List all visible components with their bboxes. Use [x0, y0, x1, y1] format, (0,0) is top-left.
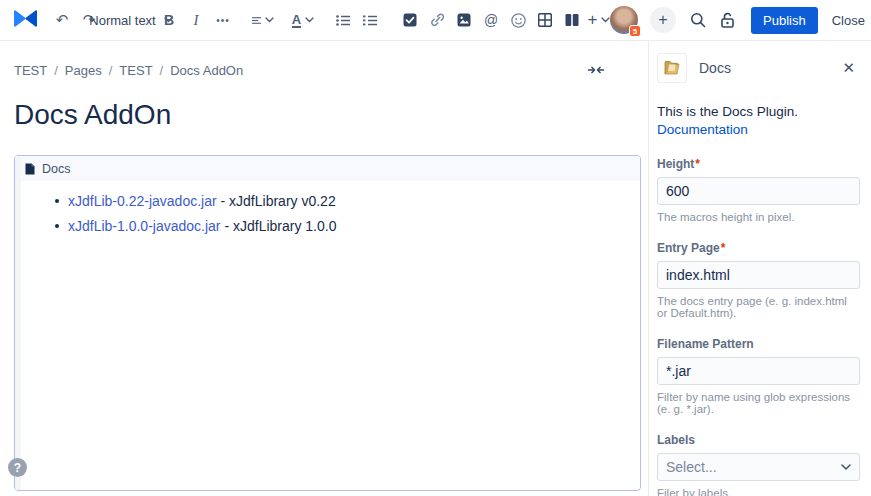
page-title[interactable]: Docs AddOn: [14, 99, 171, 131]
unlock-icon: [720, 12, 735, 28]
help-button[interactable]: ?: [8, 458, 27, 477]
text-color-dropdown[interactable]: A: [292, 6, 314, 34]
alignment-dropdown[interactable]: [252, 6, 274, 34]
list-item: xJdfLib-1.0.0-javadoc.jar - xJdfLibrary …: [55, 218, 640, 234]
bullet-list-icon: [336, 15, 350, 26]
field-help: Filer by labels.: [657, 487, 859, 496]
toolbar-right-cluster: 5 + Publish Close •••: [610, 6, 871, 34]
emoji-icon: [511, 13, 526, 28]
docs-plugin-icon-box: [657, 53, 687, 83]
field-label: Labels: [657, 433, 859, 447]
bullet-icon: [55, 224, 59, 228]
plus-icon: +: [588, 10, 598, 30]
labels-select-value: Select...: [666, 459, 717, 475]
emoji-button[interactable]: [507, 6, 529, 34]
align-left-icon: [252, 15, 261, 26]
macro-config-panel: Docs ✕ This is the Docs Plugin. Document…: [648, 41, 871, 496]
image-icon: [457, 13, 471, 27]
field-label: Entry Page*: [657, 241, 859, 255]
close-editor-button[interactable]: Close: [832, 13, 865, 28]
collapse-arrows-icon: [588, 65, 604, 75]
required-marker: *: [721, 241, 726, 255]
labels-select[interactable]: Select...: [657, 453, 860, 481]
action-item-button[interactable]: [399, 6, 421, 34]
entry-page-input[interactable]: [657, 261, 860, 289]
panel-header: Docs ✕: [657, 53, 859, 83]
macro-left-gutter: [15, 156, 21, 490]
restrictions-button[interactable]: [720, 12, 735, 28]
field-help: Filter by name using glob expressions (e…: [657, 391, 859, 415]
field-label: Height*: [657, 157, 859, 171]
field-help: The macros height in pixel.: [657, 211, 859, 223]
editor-toolbar: ↶ ↷ Normal text B I ••• A: [0, 0, 871, 41]
task-checkbox-icon: [403, 13, 417, 27]
link-button[interactable]: [426, 6, 448, 34]
macro-header[interactable]: Docs: [15, 156, 640, 181]
more-formatting-button[interactable]: •••: [212, 6, 234, 34]
link-icon: [430, 13, 445, 27]
editor-content-area: TEST / Pages / TEST / Docs AddOn Docs Ad…: [0, 41, 648, 496]
bold-button[interactable]: B: [158, 6, 180, 34]
numbered-list-icon: [363, 15, 377, 26]
filename-pattern-input[interactable]: [657, 357, 860, 385]
insert-table-button[interactable]: [534, 6, 556, 34]
breadcrumb-separator: /: [109, 63, 113, 78]
docs-plugin-icon: [662, 58, 682, 78]
javadoc-link[interactable]: xJdfLib-0.22-javadoc.jar: [68, 193, 217, 209]
invite-button[interactable]: +: [650, 7, 676, 33]
panel-title: Docs: [699, 60, 731, 76]
list-item-text: - xJdfLibrary 1.0.0: [221, 218, 337, 234]
macro-header-label: Docs: [42, 162, 70, 176]
height-input[interactable]: [657, 177, 860, 205]
breadcrumb-item[interactable]: Pages: [65, 63, 102, 78]
user-avatar[interactable]: 5: [610, 6, 638, 34]
breadcrumb: TEST / Pages / TEST / Docs AddOn: [14, 63, 243, 78]
numbered-list-button[interactable]: [359, 6, 381, 34]
italic-button[interactable]: I: [185, 6, 207, 34]
macro-body: xJdfLib-0.22-javadoc.jar - xJdfLibrary v…: [15, 181, 640, 234]
documentation-link[interactable]: Documentation: [657, 122, 748, 137]
field-labels: Labels Select... Filer by labels.: [657, 433, 859, 496]
text-style-dropdown[interactable]: Normal text: [118, 6, 140, 34]
required-marker: *: [695, 157, 700, 171]
confluence-logo[interactable]: [14, 7, 37, 34]
plugin-description: This is the Docs Plugin. Documentation: [657, 103, 859, 139]
table-icon: [538, 13, 552, 27]
confluence-editor: ↶ ↷ Normal text B I ••• A: [0, 0, 871, 496]
mention-button[interactable]: @: [480, 6, 502, 34]
search-button[interactable]: [690, 12, 706, 28]
search-icon: [690, 12, 706, 28]
insert-image-button[interactable]: [453, 6, 475, 34]
layouts-button[interactable]: [561, 6, 583, 34]
avatar-status-badge: 5: [629, 25, 641, 37]
javadoc-link[interactable]: xJdfLib-1.0.0-javadoc.jar: [68, 218, 221, 234]
close-panel-icon[interactable]: ✕: [838, 57, 859, 79]
list-item: xJdfLib-0.22-javadoc.jar - xJdfLibrary v…: [55, 193, 640, 209]
columns-layout-icon: [565, 13, 579, 27]
bullet-icon: [55, 199, 59, 203]
breadcrumb-item[interactable]: TEST: [14, 63, 47, 78]
undo-button[interactable]: ↶: [51, 6, 73, 34]
text-color-icon: A: [292, 13, 301, 28]
breadcrumb-item[interactable]: Docs AddOn: [170, 63, 243, 78]
field-label: Filename Pattern: [657, 337, 859, 351]
chevron-down-icon: [841, 464, 851, 471]
publish-button[interactable]: Publish: [751, 7, 818, 34]
collapse-width-button[interactable]: [588, 61, 604, 79]
field-height: Height* The macros height in pixel.: [657, 157, 859, 223]
breadcrumb-item[interactable]: TEST: [119, 63, 152, 78]
breadcrumb-separator: /: [160, 63, 164, 78]
chevron-down-icon: [265, 17, 274, 23]
bullet-list-button[interactable]: [332, 6, 354, 34]
field-help: The docs entry page (e. g. index.html or…: [657, 295, 859, 319]
insert-dropdown[interactable]: +: [588, 6, 610, 34]
field-entry-page: Entry Page* The docs entry page (e. g. i…: [657, 241, 859, 319]
field-filename-pattern: Filename Pattern Filter by name using gl…: [657, 337, 859, 415]
chevron-down-icon: [305, 17, 314, 23]
breadcrumb-separator: /: [54, 63, 58, 78]
list-item-text: - xJdfLibrary v0.22: [217, 193, 336, 209]
document-icon: [25, 163, 35, 175]
docs-macro-block[interactable]: Docs xJdfLib-0.22-javadoc.jar - xJdfLibr…: [14, 155, 641, 491]
